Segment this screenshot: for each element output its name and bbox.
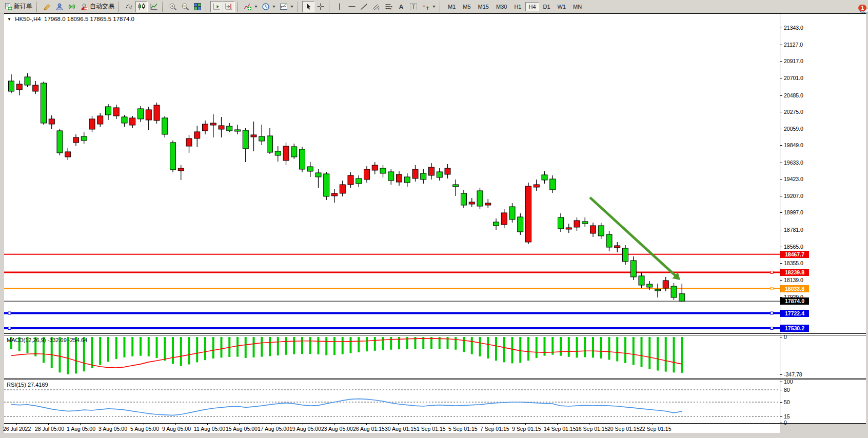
macd-histogram-bar — [527, 337, 529, 361]
svg-text:T: T — [412, 4, 416, 10]
timeframe-h1[interactable]: H1 — [511, 2, 524, 11]
line-handle[interactable] — [8, 327, 11, 330]
candle-body — [57, 131, 63, 153]
rsi-indicator-label: RSI(15) 27.4169 — [7, 382, 48, 388]
indicators-button[interactable] — [242, 1, 260, 12]
line-handle[interactable] — [771, 327, 773, 330]
candle-body — [623, 248, 628, 262]
line-handle[interactable] — [771, 312, 773, 314]
profile-button[interactable] — [53, 1, 66, 12]
zoom-in-button[interactable] — [167, 1, 179, 12]
hline-button[interactable] — [346, 1, 358, 12]
line-handle[interactable] — [8, 312, 11, 314]
vline-button[interactable] — [333, 1, 346, 12]
candle — [219, 117, 224, 137]
price-axis-label: 20275.0 — [784, 109, 803, 115]
timeframe-w1[interactable]: W1 — [555, 2, 569, 11]
macd-histogram-bar — [592, 337, 594, 357]
arrows-icon — [422, 3, 430, 11]
crosshair-button[interactable] — [314, 1, 327, 12]
hline-icon — [348, 3, 356, 11]
tile-windows-button[interactable] — [191, 1, 204, 12]
time-axis: 26 Jul 202228 Jul 05:001 Aug 05:003 Aug … — [4, 424, 780, 433]
candle — [526, 183, 531, 244]
chevron-down-icon[interactable] — [272, 6, 275, 8]
candle — [73, 134, 79, 146]
trendline-button[interactable] — [358, 1, 370, 12]
arrows-button[interactable] — [420, 1, 438, 12]
candle — [655, 284, 661, 297]
macd-histogram-bar — [519, 337, 521, 363]
macd-histogram-bar — [673, 337, 675, 372]
line-chart-button[interactable] — [148, 1, 160, 12]
candle-body — [509, 207, 515, 220]
candle-body — [566, 228, 571, 229]
templates-button[interactable] — [278, 1, 295, 12]
panel-splitter[interactable] — [4, 335, 866, 335]
zoom-out-button[interactable] — [179, 1, 191, 12]
time-axis-line — [4, 423, 866, 424]
zoom-out-icon — [181, 3, 189, 11]
chevron-down-icon[interactable] — [432, 6, 436, 8]
panel-splitter[interactable] — [4, 380, 866, 380]
macd-histogram-bar — [342, 337, 344, 354]
price-axis-line — [780, 14, 780, 424]
chart-shift-button[interactable] — [223, 1, 235, 12]
candle-chart-button[interactable] — [135, 1, 148, 12]
macd-histogram-bar — [245, 337, 247, 358]
vline-icon — [336, 3, 344, 11]
text-icon: A — [397, 3, 405, 11]
zoom-in-icon — [169, 3, 177, 11]
candle — [380, 165, 386, 177]
panel-splitter[interactable] — [4, 378, 866, 379]
candle-body — [178, 168, 184, 171]
timeframe-m15[interactable]: M15 — [475, 2, 492, 11]
auto-scroll-icon — [212, 3, 221, 11]
macd-histogram-bar — [382, 337, 384, 350]
candle — [33, 81, 38, 94]
text-button[interactable]: A — [395, 1, 407, 12]
signal-button[interactable] — [66, 1, 78, 12]
rsi-panel[interactable] — [4, 380, 780, 423]
cursor-button[interactable] — [302, 1, 314, 12]
new-order-button[interactable]: 新订单 — [2, 1, 34, 12]
timeframe-d1[interactable]: D1 — [540, 2, 554, 11]
timeframe-h4[interactable]: H4 — [525, 2, 539, 11]
macd-histogram-bar — [641, 337, 643, 367]
ohlc-readout: 17968.0 18096.5 17865.5 17874.0 — [44, 16, 134, 22]
line-handle[interactable] — [771, 271, 773, 273]
main-chart-panel[interactable] — [4, 14, 780, 333]
candle-body — [210, 123, 216, 125]
candle-body — [445, 168, 450, 174]
candle-body — [283, 146, 289, 161]
candle-body — [590, 226, 596, 233]
macd-histogram-bar — [616, 337, 618, 361]
styler-button[interactable] — [41, 1, 53, 12]
panel-splitter[interactable] — [4, 333, 866, 334]
chart-top-border — [4, 13, 866, 14]
chevron-down-icon[interactable] — [290, 6, 293, 8]
timeframe-mn[interactable]: MN — [570, 2, 585, 11]
chart-dropdown-icon[interactable]: ▼ — [7, 17, 11, 22]
fibonacci-button[interactable]: F — [383, 1, 395, 12]
auto-scroll-button[interactable] — [210, 1, 223, 12]
periods-button[interactable] — [260, 1, 278, 12]
macd-panel[interactable] — [4, 335, 780, 378]
candle-body — [243, 130, 248, 149]
timeframe-m30[interactable]: M30 — [493, 2, 510, 11]
timeframe-m1[interactable]: M1 — [445, 2, 459, 11]
candle — [461, 190, 467, 208]
bar-chart-button[interactable] — [123, 1, 135, 12]
macd-signal-line — [11, 339, 682, 368]
channel-button[interactable]: E — [370, 1, 383, 12]
price-axis-label: 19633.0 — [784, 160, 803, 166]
macd-histogram-bar — [536, 337, 538, 358]
line-handle[interactable] — [771, 287, 773, 290]
auto-trading-button[interactable]: 自动交易 — [78, 1, 116, 12]
timeframe-m5[interactable]: M5 — [460, 2, 474, 11]
candle — [615, 242, 620, 252]
text-label-button[interactable]: T — [407, 1, 420, 12]
time-axis-label: 20 Sep 01:15 — [607, 426, 639, 432]
candle-body — [49, 119, 54, 124]
chevron-down-icon[interactable] — [254, 6, 258, 8]
